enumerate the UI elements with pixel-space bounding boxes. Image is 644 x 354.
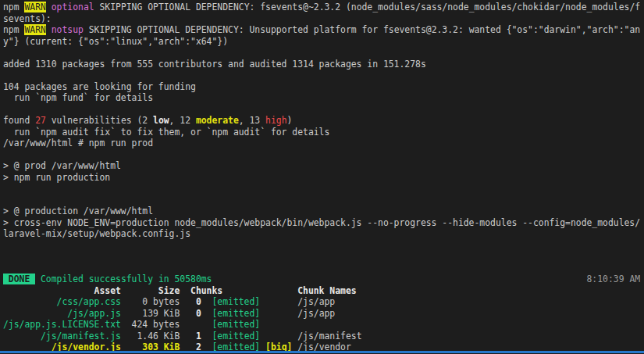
text-segment: sevents): [3,13,52,24]
blank-line [3,251,644,263]
text-segment [46,2,52,13]
text-segment: run `npm fund` for details [3,92,153,103]
blank-line [3,195,644,206]
emitted-flag: [emitted] [212,319,260,330]
asset-name: /css/app.css [57,296,121,307]
chunk-id: 0 [180,308,201,319]
done-line: DONE Compiled successfully in 50580ms 8:… [3,274,644,285]
npm-warn-optional-wrap: sevents): [3,13,644,25]
blank-line [3,149,644,161]
warn-badge: WARN [24,2,45,13]
text-segment: > npm run production [3,172,110,183]
script-prod-line: > @ prod /var/www/html [3,160,644,172]
warn-type: notsup [52,24,84,35]
blank-line [3,47,644,59]
asset-row-js-app: /js/app.js 139 KiB 0 [emitted] /js/app [3,308,644,320]
text-segment: y"} (current: {"os":"linux","arch":"x64"… [3,36,228,47]
text-segment [201,319,212,330]
npm-warn-optional-line: npm WARN optional SKIPPING OPTIONAL DEPE… [3,2,644,13]
text-segment: laravel-mix/setup/webpack.config.js [3,228,190,239]
text-segment: /var/www/html # npm run prod [3,138,153,148]
text-segment: > @ prod /var/www/html [3,160,121,171]
asset-size: 424 bytes [121,319,180,330]
text-segment: , 13 [239,115,265,126]
text-segment: , 12 [169,115,196,126]
emitted-flag: [emitted] [212,296,260,307]
text-segment [35,274,41,284]
terminal-window: npm WARN optional SKIPPING OPTIONAL DEPE… [0,0,644,354]
added-packages-line: added 1310 packages from 555 contributor… [3,59,644,70]
vulnerabilities-line: found 27 vulnerabilities (2 low, 12 mode… [3,115,644,127]
asset-size: 1.46 KiB [121,331,180,341]
chunk-name: /js/manifest [260,331,361,341]
compile-message: Compiled successfully in 50580ms [41,274,212,284]
audit-hint-line: run `npm audit fix` to fix them, or `npm… [3,127,644,138]
asset-row-css-app: /css/app.css 0 bytes 0 [emitted] /js/app [3,296,644,308]
chunk-id: 0 [180,296,201,307]
terminal-output[interactable]: npm WARN optional SKIPPING OPTIONAL DEPE… [0,0,644,352]
text-segment: added 1310 packages from 555 contributor… [3,59,426,70]
asset-name: /js/app.js [67,308,121,319]
text-segment [201,308,212,319]
text-segment: > @ production /var/www/html [3,206,153,216]
moderate-label: moderate [196,115,239,126]
chunk-id: 1 [180,331,201,341]
asset-row-manifest: /js/manifest.js 1.46 KiB 1 [emitted] /js… [3,331,644,342]
vuln-count: 27 [35,115,46,126]
funding-hint-line: run `npm fund` for details [3,92,644,104]
text-segment [3,296,57,307]
asset-size: 139 KiB [121,308,180,319]
window-border-highlight [0,351,644,353]
asset-name: /js/app.js.LICENSE.txt [3,319,121,330]
script-run-production-line: > npm run production [3,172,644,184]
text-segment: npm [3,24,24,35]
asset-row-license: /js/app.js.LICENSE.txt 424 bytes [emitte… [3,319,644,331]
text-segment [3,331,41,341]
funding-line: 104 packages are looking for funding [3,81,644,93]
npm-warn-notsup-line: npm WARN notsup SKIPPING OPTIONAL DEPEND… [3,24,644,36]
text-segment [3,308,67,319]
text-segment [180,319,201,330]
text-segment: found [3,115,35,126]
text-segment: ) [287,115,293,126]
blank-line [3,183,644,195]
table-header: Asset Size Chunks Chunk Names [3,285,357,296]
blank-line [3,104,644,116]
text-segment: run `npm audit fix` to fix them, or `npm… [3,127,329,138]
chunk-name: /js/app [260,296,335,307]
script-production-line: > @ production /var/www/html [3,206,644,217]
webpack-command-wrap: laravel-mix/setup/webpack.config.js [3,228,644,240]
low-label: low [153,115,169,126]
blank-line [3,263,644,274]
blank-line [3,240,644,252]
asset-table-header: Asset Size Chunks Chunk Names [3,285,644,297]
text-segment: vulnerabilities (2 [46,115,153,126]
text-segment [201,296,212,307]
chunk-name: /js/app [260,308,335,319]
warn-type: optional [52,2,94,13]
asset-size: 0 bytes [121,296,180,307]
text-segment: SKIPPING OPTIONAL DEPENDENCY: fsevents@~… [94,2,641,13]
blank-line [3,70,644,81]
timestamp: 8:10:39 AM [587,274,641,284]
text-segment: 104 packages are looking for funding [3,81,196,92]
text-segment: SKIPPING OPTIONAL DEPENDENCY: Unsupporte… [84,24,640,35]
text-segment: npm [3,2,24,13]
text-segment: > cross-env NODE_ENV=production node_mod… [3,217,640,228]
high-label: high [265,115,286,126]
done-badge: DONE [3,274,35,284]
npm-warn-notsup-wrap: y"} (current: {"os":"linux","arch":"x64"… [3,36,644,48]
emitted-flag: [emitted] [212,331,260,341]
text-segment [46,24,52,35]
warn-badge: WARN [24,24,45,35]
asset-name: /js/manifest.js [41,331,121,341]
text-segment [212,274,586,284]
emitted-flag: [emitted] [212,308,260,319]
text-segment [201,331,212,341]
shell-prompt-line: /var/www/html # npm run prod [3,138,644,149]
webpack-command-line: > cross-env NODE_ENV=production node_mod… [3,217,644,229]
